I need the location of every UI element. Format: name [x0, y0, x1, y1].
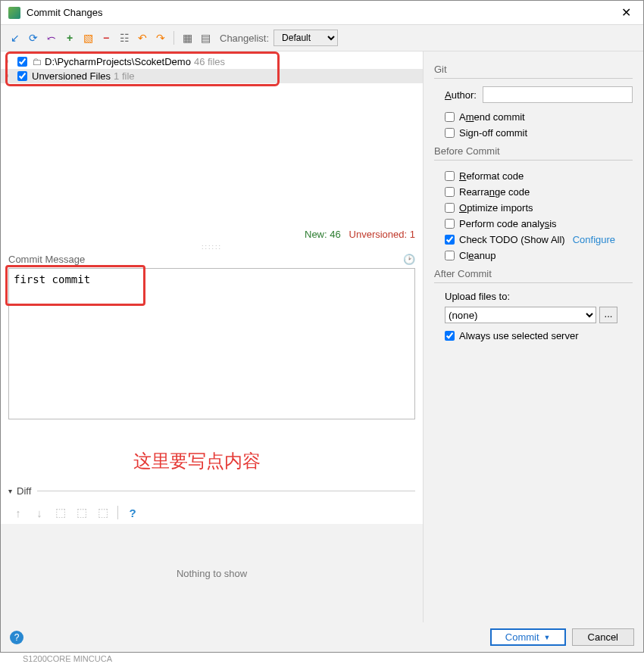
- chevron-right-icon[interactable]: 〉: [5, 56, 13, 67]
- status-unversioned: Unversioned: 1: [349, 229, 415, 240]
- tree-row-unversioned[interactable]: 〉 Unversioned Files 1 file: [1, 69, 423, 83]
- status-line: New: 46 Unversioned: 1: [1, 226, 423, 243]
- commit-dialog: Commit Changes ✕ ↙ ⟳ ⤺ + ▧ − ☷ ↶ ↷ ▦ ▤ C…: [0, 0, 644, 653]
- background-text: S1200CORE MINCUCA: [0, 653, 644, 664]
- always-server-checkbox[interactable]: [445, 331, 455, 341]
- right-panel: Git Author: Amend commit Sign-off commit…: [424, 51, 643, 622]
- analysis-label: Perform code analysis: [459, 218, 557, 229]
- tree-label: Unversioned Files: [32, 70, 111, 82]
- changes-tree[interactable]: 〉 🗀 D:\PycharmProjects\ScoketDemo 46 fil…: [1, 51, 423, 226]
- commit-message-header: Commit Message 🕑: [1, 251, 423, 268]
- move-changelist-icon[interactable]: ▧: [81, 31, 95, 45]
- configure-link[interactable]: Configure: [573, 234, 615, 245]
- chevron-right-icon[interactable]: 〉: [5, 70, 13, 82]
- tree-row-project[interactable]: 〉 🗀 D:\PycharmProjects\ScoketDemo 46 fil…: [1, 55, 423, 69]
- help-button[interactable]: ?: [10, 631, 23, 644]
- collapse-icon[interactable]: ▤: [199, 31, 212, 45]
- diff-header[interactable]: ▾ Diff: [1, 481, 423, 501]
- commit-message-area: 这里要写点内容: [1, 268, 423, 481]
- optimize-label: Optimize imports: [459, 202, 533, 214]
- tree-count: 46 files: [194, 56, 225, 67]
- optimize-checkbox[interactable]: [445, 203, 455, 213]
- upload-select[interactable]: (none): [445, 307, 596, 323]
- dialog-title: Commit Changes: [27, 7, 617, 18]
- refresh-icon[interactable]: ⟳: [27, 31, 40, 45]
- revert-icon[interactable]: ⤺: [45, 31, 58, 45]
- diff-toolbar: ↑ ↓ ⬚ ⬚ ⬚ ?: [1, 501, 423, 524]
- diff-body: Nothing to show: [1, 524, 423, 622]
- signoff-checkbox[interactable]: [445, 128, 455, 138]
- upload-label: Upload files to:: [434, 291, 633, 302]
- reformat-label: Reformat code: [459, 170, 524, 182]
- commit-message-label: Commit Message: [8, 254, 85, 265]
- cancel-button[interactable]: Cancel: [572, 628, 634, 646]
- group-icon[interactable]: ☷: [117, 31, 131, 45]
- signoff-label: Sign-off commit: [459, 127, 527, 139]
- expand-icon[interactable]: ▦: [180, 31, 194, 45]
- prev-diff-icon[interactable]: ↑: [11, 506, 25, 519]
- toolbar: ↙ ⟳ ⤺ + ▧ − ☷ ↶ ↷ ▦ ▤ Changelist: Defaul…: [1, 25, 643, 51]
- splitter-gripper[interactable]: ::::::: [1, 243, 423, 251]
- titlebar: Commit Changes ✕: [1, 1, 643, 25]
- compare-prev-icon[interactable]: ⬚: [54, 506, 67, 519]
- signoff-row[interactable]: Sign-off commit: [434, 125, 633, 141]
- jump-to-source-icon[interactable]: ⬚: [96, 506, 110, 519]
- tree-path: D:\PycharmProjects\ScoketDemo: [45, 56, 191, 67]
- upload-row: (none) ...: [434, 307, 633, 323]
- commit-message-input[interactable]: [8, 268, 415, 419]
- git-section-header: Git: [434, 64, 633, 79]
- todo-checkbox[interactable]: [445, 235, 455, 245]
- rearrange-label: Rearrange code: [459, 186, 530, 198]
- annotation-text: 这里要写点内容: [0, 449, 415, 473]
- show-diff-icon[interactable]: ↙: [8, 31, 22, 45]
- checkbox-project[interactable]: [17, 57, 27, 67]
- commit-button-label: Commit: [505, 631, 539, 643]
- author-label: Author:: [445, 89, 477, 101]
- next-diff-icon[interactable]: ↓: [33, 506, 46, 519]
- tree-count: 1 file: [114, 70, 134, 82]
- status-new: New: 46: [305, 229, 341, 240]
- history-icon[interactable]: 🕑: [403, 254, 415, 265]
- after-commit-header: After Commit: [434, 268, 633, 283]
- add-icon[interactable]: +: [63, 31, 77, 45]
- analysis-checkbox[interactable]: [445, 219, 455, 229]
- changelist-label: Changelist:: [220, 33, 269, 44]
- amend-label: Amend commit: [459, 111, 525, 123]
- amend-checkbox[interactable]: [445, 112, 455, 122]
- close-icon[interactable]: ✕: [617, 5, 636, 20]
- left-panel: 〉 🗀 D:\PycharmProjects\ScoketDemo 46 fil…: [1, 51, 424, 622]
- author-row: Author:: [434, 86, 633, 103]
- cleanup-label: Cleanup: [459, 250, 496, 261]
- undo-icon[interactable]: ↶: [136, 31, 149, 45]
- reformat-checkbox[interactable]: [445, 171, 455, 181]
- always-server-label: Always use selected server: [459, 330, 579, 341]
- help-icon[interactable]: ?: [126, 506, 139, 519]
- todo-label: Check TODO (Show All): [459, 234, 565, 245]
- diff-nothing: Nothing to show: [177, 568, 247, 579]
- amend-row[interactable]: Amend commit: [434, 109, 633, 125]
- rearrange-checkbox[interactable]: [445, 187, 455, 197]
- separator: [117, 506, 118, 519]
- browse-button[interactable]: ...: [599, 307, 617, 323]
- main-area: 〉 🗀 D:\PycharmProjects\ScoketDemo 46 fil…: [1, 51, 643, 622]
- button-bar: ? Commit ▼ Cancel: [1, 622, 643, 652]
- remove-icon[interactable]: −: [99, 31, 113, 45]
- folder-icon: 🗀: [32, 56, 42, 67]
- redo-icon[interactable]: ↷: [154, 31, 167, 45]
- changelist-select[interactable]: Default: [274, 30, 338, 46]
- author-input[interactable]: [483, 86, 633, 103]
- chevron-down-icon: ▾: [8, 487, 12, 495]
- checkbox-unversioned[interactable]: [17, 71, 27, 81]
- compare-next-icon[interactable]: ⬚: [75, 506, 89, 519]
- diff-label: Diff: [17, 485, 31, 497]
- cleanup-checkbox[interactable]: [445, 251, 455, 260]
- chevron-down-icon: ▼: [544, 634, 551, 641]
- app-icon: [8, 7, 20, 19]
- before-commit-header: Before Commit: [434, 145, 633, 161]
- separator: [174, 31, 174, 45]
- commit-button[interactable]: Commit ▼: [490, 628, 566, 646]
